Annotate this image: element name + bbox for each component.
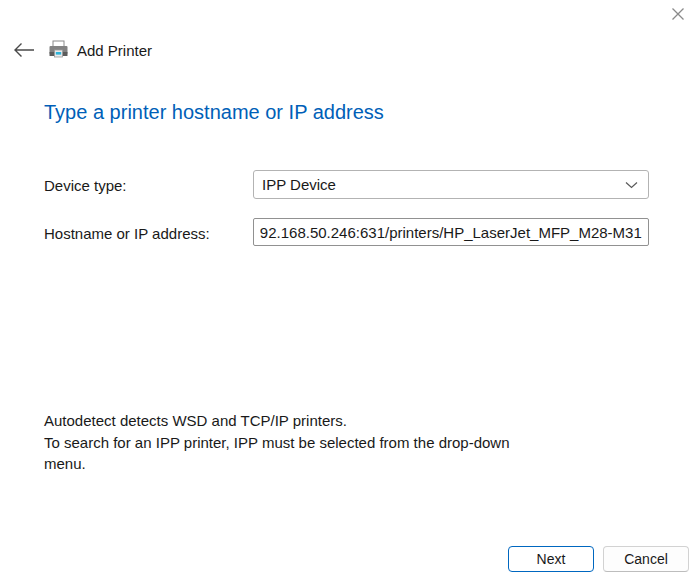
help-line-2: To search for an IPP printer, IPP must b… (44, 432, 510, 454)
next-button[interactable]: Next (508, 546, 594, 572)
device-type-dropdown[interactable]: IPP Device (253, 170, 649, 199)
cancel-button[interactable]: Cancel (603, 546, 689, 572)
dialog-header: Add Printer (12, 38, 152, 62)
chevron-down-icon (625, 181, 638, 189)
close-icon (671, 7, 685, 21)
dialog-title: Add Printer (77, 42, 152, 59)
printer-icon (48, 40, 69, 61)
back-button[interactable] (12, 38, 36, 62)
device-type-selected-value: IPP Device (262, 176, 336, 193)
help-line-3: menu. (44, 453, 510, 475)
hostname-label: Hostname or IP address: (44, 225, 210, 242)
help-text: Autodetect detects WSD and TCP/IP printe… (44, 410, 510, 475)
device-type-label: Device type: (44, 177, 127, 194)
page-heading: Type a printer hostname or IP address (44, 101, 384, 124)
hostname-input[interactable] (253, 218, 649, 246)
add-printer-dialog: Add Printer Type a printer hostname or I… (0, 0, 697, 577)
help-line-1: Autodetect detects WSD and TCP/IP printe… (44, 410, 510, 432)
back-arrow-icon (13, 42, 35, 58)
close-button[interactable] (664, 2, 692, 26)
